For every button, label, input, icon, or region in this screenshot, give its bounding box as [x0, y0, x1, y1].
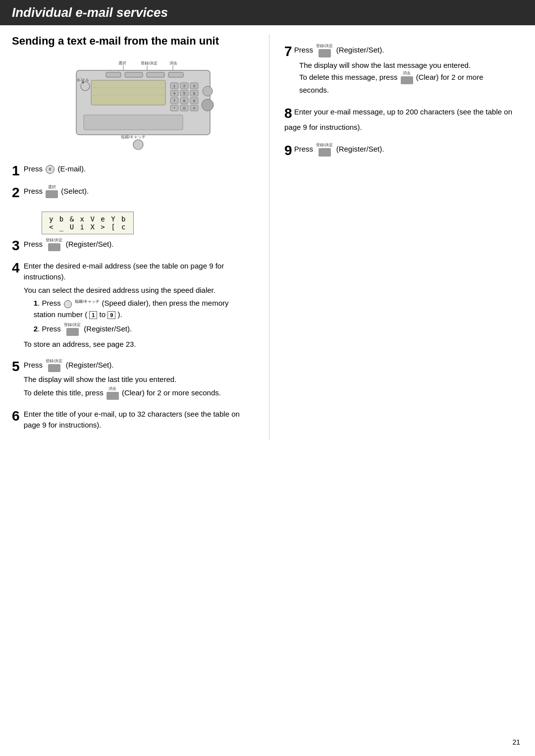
select-btn-rect [46, 190, 58, 198]
section-title: Sending a text e-mail from the main unit [12, 34, 254, 49]
main-content: Sending a text e-mail from the main unit… [0, 34, 535, 440]
page-title: Individual e-mail services [12, 5, 523, 20]
step-5-main: Press 登録/決定 (Register/Set). [24, 359, 221, 372]
svg-text:1: 1 [173, 84, 175, 88]
step-5-sub2: To delete this title, press 消去 (Clear) f… [24, 387, 221, 400]
svg-point-39 [202, 99, 214, 111]
select-jp-label: 選択 [48, 185, 56, 190]
svg-text:9: 9 [193, 99, 195, 103]
svg-text:E-メル: E-メル [77, 78, 89, 82]
step-4-sub3: 2. Press 登録/決定 (Register/Set). [34, 323, 252, 336]
svg-text:消去: 消去 [169, 61, 177, 65]
register-btn-rect-9 [319, 148, 331, 157]
clear-btn-rect-5 [107, 392, 119, 400]
register-btn-rect-7 [319, 49, 331, 57]
speed-dialer-jp: 短縮/キャッチ [75, 299, 100, 304]
step-5: 5 Press 登録/決定 (Register/Set). The displa… [12, 359, 254, 402]
select-button-icon: 選択 [46, 185, 58, 198]
step-9-after: (Register/Set). [336, 145, 384, 153]
svg-rect-43 [84, 115, 183, 130]
step-6: 6 Enter the title of your e-mail, up to … [12, 409, 254, 433]
svg-text:8: 8 [183, 99, 185, 103]
clear-jp-label-7: 消去 [403, 71, 411, 76]
step-7-sub2: To delete this message, press 消去 (Clear)… [299, 71, 512, 97]
svg-text:#: # [193, 106, 195, 110]
mem-num-9: 9 [107, 311, 115, 319]
lcd-line1: y b & x V e Y b [49, 215, 126, 223]
step-2: 2 Press 選択 (Select). [12, 185, 254, 201]
step-4: 4 Enter the desired e-mail address (see … [12, 261, 254, 352]
step-3-press: Press [24, 240, 45, 248]
left-column: Sending a text e-mail from the main unit… [12, 34, 269, 440]
lcd-line2: < _ U i X > [ c [49, 223, 126, 231]
step-5-sub1: The display will show the last title you… [24, 374, 221, 385]
step-4-main: Enter the desired e-mail address (see th… [24, 261, 252, 283]
register-btn-rect-3 [48, 243, 60, 251]
step-5-content: Press 登録/決定 (Register/Set). The display … [24, 359, 221, 402]
svg-rect-7 [106, 72, 121, 77]
register-button-icon-5: 登録/決定 [46, 359, 62, 372]
step-8-num: 8 [284, 106, 292, 121]
svg-text:短縮/キャッチ: 短縮/キャッチ [120, 135, 145, 139]
step-8-main: Enter your e-mail message, up to 200 cha… [284, 108, 512, 131]
svg-rect-9 [147, 72, 164, 77]
step-1-content: Press E (E-mail). [24, 163, 86, 175]
device-illustration: 選択 登録/決定 消去 [12, 55, 254, 155]
clear-button-icon-5: 消去 [107, 387, 119, 400]
svg-point-38 [203, 86, 213, 96]
svg-text:6: 6 [193, 91, 195, 96]
svg-point-45 [133, 140, 143, 150]
step-2-content: Press 選択 (Select). [24, 185, 89, 198]
step-9: 9 Press 登録/決定 (Register/Set). [284, 143, 512, 159]
svg-rect-8 [125, 72, 143, 77]
step-7-press: Press [294, 46, 316, 54]
register-jp-label-5: 登録/決定 [46, 359, 62, 364]
step-1: 1 Press E (E-mail). [12, 163, 254, 179]
svg-rect-10 [168, 72, 183, 77]
step-6-main: Enter the title of your e-mail, up to 32… [24, 409, 252, 431]
svg-text:*: * [173, 106, 175, 110]
clear-jp-label-5: 消去 [108, 387, 116, 391]
register-btn-rect-5 [48, 364, 60, 372]
svg-text:登録/決定: 登録/決定 [141, 61, 158, 65]
step-4-sub1: You can select the desired address using… [24, 285, 252, 296]
step-4-store: To store an address, see page 23. [24, 339, 252, 350]
step-1-after: (E-mail). [57, 164, 86, 173]
register-jp-label-9: 登録/決定 [316, 143, 333, 148]
register-jp-label-3: 登録/決定 [46, 238, 62, 243]
clear-button-icon-7: 消去 [401, 71, 413, 85]
step-4-sub2: 1. Press 短縮/キャッチ (Speed dialer), then pr… [34, 298, 252, 320]
svg-text:3: 3 [193, 84, 195, 88]
step-3-after: (Register/Set). [66, 240, 114, 248]
step-1-num: 1 [12, 163, 20, 178]
mem-num-1: 1 [89, 311, 97, 319]
step-3-content: Press 登録/決定 (Register/Set). [24, 238, 114, 251]
svg-text:2: 2 [183, 84, 185, 88]
page-header: Individual e-mail services [0, 0, 535, 25]
step-9-press: Press [294, 145, 316, 153]
register-jp-label-7: 登録/決定 [316, 44, 333, 49]
step-2-num: 2 [12, 185, 20, 200]
page-number: 21 [512, 738, 520, 746]
svg-text:選択: 選択 [118, 61, 126, 65]
step-3: 3 Press 登録/決定 (Register/Set). [12, 238, 254, 254]
step-5-num: 5 [12, 359, 20, 374]
step-4-content: Enter the desired e-mail address (see th… [24, 261, 252, 352]
step-7-num: 7 [284, 44, 292, 59]
svg-text:7: 7 [173, 99, 175, 103]
step-7-sub1: The display will show the last message y… [299, 59, 512, 71]
step-1-press: Press [24, 164, 45, 173]
clear-btn-rect-7 [401, 76, 413, 85]
register-button-icon-7: 登録/決定 [316, 44, 333, 57]
step-9-num: 9 [284, 143, 292, 158]
svg-text:0: 0 [183, 106, 185, 110]
step-7-after: (Register/Set). [336, 46, 384, 54]
step-6-num: 6 [12, 408, 20, 424]
step-3-num: 3 [12, 238, 20, 253]
register-jp-label-4: 登録/決定 [64, 323, 81, 327]
step-7: 7 Press 登録/決定 (Register/Set). The displa… [284, 44, 512, 96]
email-button-icon: E [46, 165, 54, 174]
step-2-press: Press [24, 187, 45, 195]
register-button-icon-9: 登録/決定 [316, 143, 333, 157]
register-btn-rect-4 [66, 328, 79, 336]
